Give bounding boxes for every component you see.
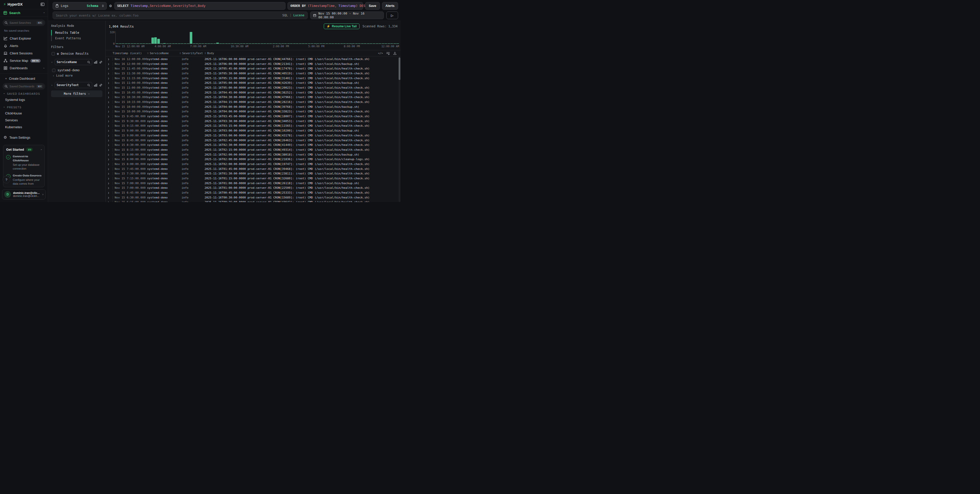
row-expand-icon[interactable]: ❯ (108, 182, 113, 185)
pin-icon[interactable] (99, 61, 102, 64)
table-row[interactable]: ❯Nov 15 10:00:00.000 PMsystemd-demoinfo2… (106, 104, 398, 109)
row-expand-icon[interactable]: ❯ (108, 115, 113, 118)
sidebar-item-services[interactable]: Services (3, 117, 45, 124)
row-expand-icon[interactable]: ❯ (108, 177, 113, 180)
select-clause-input[interactable]: SELECT Timestamp,ServiceName,SeverityTex… (115, 2, 286, 10)
save-button[interactable]: Save (365, 2, 380, 10)
row-expand-icon[interactable]: ❯ (108, 129, 113, 132)
get-started-item[interactable]: ✓Create Data SourcesConfigure where your… (6, 174, 41, 186)
row-expand-icon[interactable]: ❯ (108, 77, 113, 80)
mode-lucene[interactable]: Lucene (293, 14, 304, 17)
row-expand-icon[interactable]: ❯ (108, 110, 113, 113)
table-row[interactable]: ❯Nov 15 11:15:00.000 PMsystemd-demoinfo2… (106, 76, 398, 81)
source-settings-gear-icon[interactable]: ⚙ (109, 3, 112, 8)
download-icon[interactable] (393, 52, 396, 55)
row-expand-icon[interactable]: ❯ (108, 81, 113, 84)
row-expand-icon[interactable]: ❯ (108, 67, 113, 70)
load-more-button[interactable]: › Load more (52, 73, 102, 80)
table-row[interactable]: ❯Nov 15 10:00:00.000 PMsystemd-demoinfo2… (106, 109, 398, 114)
table-row[interactable]: ❯Nov 15 9:45:00.000 PMsystemd-demoinfo20… (106, 114, 398, 119)
sidebar-item-clickhouse[interactable]: ClickHouse (3, 110, 45, 117)
table-row[interactable]: ❯Nov 15 8:30:00.000 PMsystemd-demoinfo20… (106, 143, 398, 147)
table-row[interactable]: ❯Nov 15 8:00:00.000 PMsystemd-demoinfo20… (106, 152, 398, 157)
event-search-input[interactable]: Search your events w/ Lucene ex. column:… (52, 11, 308, 19)
row-expand-icon[interactable]: ❯ (108, 120, 113, 123)
row-expand-icon[interactable]: ❯ (108, 143, 113, 147)
row-expand-icon[interactable]: ❯ (108, 153, 113, 156)
table-row[interactable]: ❯Nov 15 11:00:00.000 PMsystemd-demoinfo2… (106, 85, 398, 90)
sidebar-item-search[interactable]: Search › (0, 9, 48, 17)
row-expand-icon[interactable]: ❯ (108, 201, 113, 202)
servicename-filter-search[interactable]: ServiceName (55, 59, 92, 65)
col-severitytext[interactable]: ⠿SeverityText (180, 52, 205, 55)
row-expand-icon[interactable]: ❯ (108, 134, 113, 137)
sidebar-item-client-sessions[interactable]: Client Sessions (3, 49, 45, 57)
drag-handle-icon[interactable]: ⠿ (205, 52, 206, 55)
table-row[interactable]: ❯Nov 15 10:15:00.000 PMsystemd-demoinfo2… (106, 100, 398, 104)
chevron-up-icon[interactable]: › (40, 149, 43, 150)
row-expand-icon[interactable]: ❯ (108, 163, 113, 166)
more-filters-button[interactable]: More filters › (51, 91, 102, 97)
saved-searches-input[interactable]: Saved Searches ⌘K (3, 19, 45, 26)
row-expand-icon[interactable]: ❯ (108, 58, 113, 61)
order-by-input[interactable]: ORDER BY (TimestampTime, Timestamp) DESC (288, 2, 363, 10)
drag-handle-icon[interactable]: ⠿ (180, 52, 181, 55)
scrollbar-thumb[interactable] (399, 57, 400, 80)
alerts-button[interactable]: Alerts (382, 2, 398, 10)
drag-handle-icon[interactable]: ⠿ (147, 52, 149, 55)
checkbox[interactable] (52, 52, 55, 56)
row-expand-icon[interactable]: ❯ (108, 86, 113, 89)
user-menu[interactable]: D dominic.tran@clic... dominic.tran@clic… (2, 189, 46, 199)
row-expand-icon[interactable]: ❯ (108, 196, 113, 199)
table-row[interactable]: ❯Nov 16 12:00:00.000 AMsystemd-demoinfo2… (106, 62, 398, 66)
sidebar-item-dashboards[interactable]: Dashboards › (3, 64, 45, 72)
row-expand-icon[interactable]: ❯ (108, 100, 113, 104)
row-expand-icon[interactable]: ❯ (108, 191, 113, 194)
sidebar-item-service-map[interactable]: Service Map BETA (3, 57, 45, 64)
app-logo[interactable]: ⚡ HyperDX (3, 2, 23, 6)
collapse-sidebar-icon[interactable] (41, 3, 45, 6)
row-expand-icon[interactable]: ❯ (108, 139, 113, 142)
mode-event-patterns[interactable]: Event Patterns (51, 35, 102, 41)
table-row[interactable]: ❯Nov 15 7:00:00.000 PMsystemd-demoinfo20… (106, 181, 398, 186)
row-expand-icon[interactable]: ❯ (108, 167, 113, 171)
table-row[interactable]: ❯Nov 16 12:00:00.000 AMsystemd-demoinfo2… (106, 57, 398, 62)
get-started-item[interactable]: ✓Connect to ClickHouseSet up your databa… (6, 155, 41, 171)
table-row[interactable]: ❯Nov 15 7:00:00.000 PMsystemd-demoinfo20… (106, 186, 398, 191)
row-expand-icon[interactable]: ❯ (108, 148, 113, 151)
table-row[interactable]: ❯Nov 15 7:15:00.000 PMsystemd-demoinfo20… (106, 176, 398, 181)
pin-icon[interactable] (99, 83, 102, 87)
run-query-button[interactable]: ▷ (386, 11, 398, 19)
table-row[interactable]: ❯Nov 15 11:45:00.000 PMsystemd-demoinfo2… (106, 66, 398, 71)
saved-dashboards-input[interactable]: Saved Dashboards ⌘K (3, 83, 45, 90)
col-timestamp[interactable]: Timestamp (Local) (113, 52, 147, 55)
table-row[interactable]: ❯Nov 15 11:00:00.000 PMsystemd-demoinfo2… (106, 80, 398, 85)
table-row[interactable]: ❯Nov 15 7:45:00.000 PMsystemd-demoinfo20… (106, 167, 398, 171)
row-expand-icon[interactable]: ❯ (108, 172, 113, 175)
table-row[interactable]: ❯Nov 15 8:00:00.000 PMsystemd-demoinfo20… (106, 162, 398, 167)
denoise-results-checkbox[interactable]: ◍ Denoise Results (51, 51, 102, 59)
filter-value-systemd-demo[interactable]: systemd-demo (52, 67, 102, 73)
table-row[interactable]: ❯Nov 15 8:15:00.000 PMsystemd-demoinfo20… (106, 147, 398, 152)
source-select[interactable]: Logs Schema (52, 2, 107, 10)
row-expand-icon[interactable]: ❯ (108, 124, 113, 127)
chart-toggle-icon[interactable] (94, 83, 97, 87)
table-row[interactable]: ❯Nov 15 11:30:00.000 PMsystemd-demoinfo2… (106, 71, 398, 76)
table-row[interactable]: ❯Nov 15 6:45:00.000 PMsystemd-demoinfo20… (106, 190, 398, 195)
table-row[interactable]: ❯Nov 15 9:00:00.000 PMsystemd-demoinfo20… (106, 133, 398, 138)
vertical-scrollbar[interactable] (399, 57, 400, 202)
table-row[interactable]: ❯Nov 15 9:15:00.000 PMsystemd-demoinfo20… (106, 124, 398, 129)
table-row[interactable]: ❯Nov 15 8:45:00.000 PMsystemd-demoinfo20… (106, 138, 398, 143)
sidebar-item-alerts[interactable]: Alerts (3, 42, 45, 49)
chevron-right-icon[interactable]: › (51, 83, 53, 87)
checkbox[interactable] (52, 69, 56, 72)
date-range-picker[interactable]: Nov 15 00:00:00 - Nov 16 00:00:00 (310, 11, 384, 19)
row-expand-icon[interactable]: ❯ (108, 158, 113, 161)
help-button[interactable]: ? (3, 176, 10, 183)
table-row[interactable]: ❯Nov 15 9:30:00.000 PMsystemd-demoinfo20… (106, 119, 398, 124)
create-dashboard-button[interactable]: + Create Dashboard (3, 76, 45, 83)
text-wrap-icon[interactable] (386, 52, 390, 55)
row-expand-icon[interactable]: ❯ (108, 96, 113, 99)
sidebar-item-chart-explorer[interactable]: Chart Explorer (3, 35, 45, 42)
code-view-icon[interactable]: </> (378, 52, 383, 55)
